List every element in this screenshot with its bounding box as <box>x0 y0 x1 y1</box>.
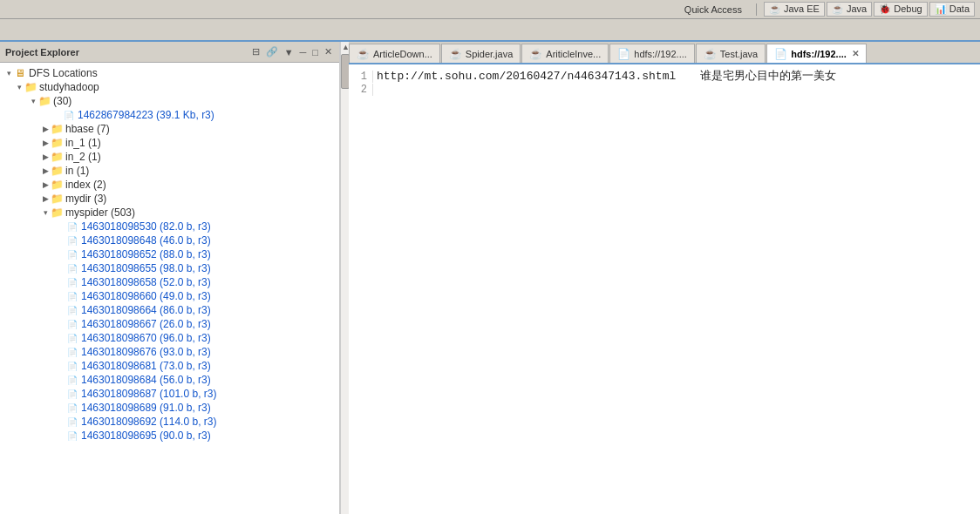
tree-item-f1[interactable]: 📄 1463018098530 (82.0 b, r3) <box>0 220 339 233</box>
perspective-javaee-btn[interactable]: ☕ Java EE <box>764 2 825 17</box>
f14-label: 1463018098689 (91.0 b, r3) <box>81 402 211 414</box>
in2-label: in_2 (1) <box>65 151 101 163</box>
f8-label: 1463018098667 (26.0 b, r3) <box>81 318 211 330</box>
f9-icon: 📄 <box>66 332 78 344</box>
myspider-icon: 📁 <box>51 206 63 219</box>
tab-hdfs2[interactable]: 📄 hdfs://192.... ✕ <box>766 44 867 63</box>
mydir-label: mydir (3) <box>65 193 106 205</box>
tree-item-f4[interactable]: 📄 1463018098655 (98.0 b, r3) <box>0 261 339 275</box>
f3-label: 1463018098652 (88.0 b, r3) <box>81 248 211 260</box>
toggle-studyhadoop[interactable]: ▾ <box>14 82 24 92</box>
tree-item-in1[interactable]: ▶ 📁 in_1 (1) <box>0 136 339 150</box>
f12-label: 1463018098684 (56.0 b, r3) <box>81 374 211 386</box>
tree-item-index[interactable]: ▶ 📁 index (2) <box>0 178 339 192</box>
f12-icon: 📄 <box>66 374 78 386</box>
collapse-all-btn[interactable]: ⊟ <box>250 46 262 57</box>
perspective-java-btn[interactable]: ☕ Java <box>827 2 872 17</box>
f6-label: 1463018098660 (49.0 b, r3) <box>81 290 211 302</box>
tab-hdfs2-close[interactable]: ✕ <box>852 49 859 58</box>
tree-item-in[interactable]: ▶ 📁 in (1) <box>0 164 339 178</box>
content-area: Project Explorer ⊟ 🔗 ▼ ─ □ ✕ ▾ 🖥 <box>0 42 980 514</box>
toggle-dfs[interactable]: ▾ <box>3 68 14 78</box>
tab-hdfs1[interactable]: 📄 hdfs://192.... <box>609 44 695 63</box>
tree-item-f15[interactable]: 📄 1463018098692 (114.0 b, r3) <box>0 415 339 429</box>
tree-item-myspider[interactable]: ▾ 📁 myspider (503) <box>0 206 339 220</box>
tree-item-in2[interactable]: ▶ 📁 in_2 (1) <box>0 150 339 164</box>
tree-item-f3[interactable]: 📄 1463018098652 (88.0 b, r3) <box>0 247 339 261</box>
tree-item-f12[interactable]: 📄 1463018098684 (56.0 b, r3) <box>0 373 339 387</box>
java-file-icon-4: ☕ <box>704 48 717 60</box>
main-layout: Project Explorer ⊟ 🔗 ▼ ─ □ ✕ ▾ 🖥 <box>0 19 980 514</box>
quick-access-label: Quick Access <box>684 4 742 15</box>
f11-label: 1463018098681 (73.0 b, r3) <box>81 360 211 372</box>
close-panel-btn[interactable]: ✕ <box>323 46 334 57</box>
toggle-index[interactable]: ▶ <box>40 179 51 190</box>
f7-label: 1463018098664 (86.0 b, r3) <box>81 304 211 316</box>
tab-ariticle[interactable]: ☕ AriticleInve... <box>521 44 609 63</box>
f7-icon: 📄 <box>66 304 78 316</box>
tree-item-hbase[interactable]: ▶ 📁 hbase (7) <box>0 122 339 136</box>
tab-articledown[interactable]: ☕ ArticleDown... <box>349 44 440 63</box>
tree-item-f6[interactable]: 📄 1463018098660 (49.0 b, r3) <box>0 289 339 303</box>
tree-item-f11[interactable]: 📄 1463018098681 (73.0 b, r3) <box>0 359 339 373</box>
toggle-in[interactable]: ▶ <box>40 166 51 176</box>
tree-item-dfs-locations[interactable]: ▾ 🖥 DFS Locations <box>0 66 339 80</box>
f15-icon: 📄 <box>66 416 78 428</box>
tree-item-f7[interactable]: 📄 1463018098664 (86.0 b, r3) <box>0 303 339 317</box>
tree-item-file-1462[interactable]: 📄 1462867984223 (39.1 Kb, r3) <box>0 108 339 122</box>
f2-label: 1463018098648 (46.0 b, r3) <box>81 234 211 247</box>
toggle-30[interactable]: ▾ <box>28 96 38 106</box>
f10-icon: 📄 <box>66 346 78 358</box>
toggle-in1[interactable]: ▶ <box>40 138 51 148</box>
toggle-mydir[interactable]: ▶ <box>40 193 51 204</box>
f16-label: 1463018098695 (90.0 b, r3) <box>81 429 211 442</box>
tree-item-f16[interactable]: 📄 1463018098695 (90.0 b, r3) <box>0 429 339 443</box>
editor-line-2: 2 <box>349 84 980 99</box>
folder-30-icon: 📁 <box>38 95 51 107</box>
perspective-data-btn[interactable]: 📊 Data <box>929 2 975 17</box>
hbase-label: hbase (7) <box>65 123 110 135</box>
tree-item-f14[interactable]: 📄 1463018098689 (91.0 b, r3) <box>0 401 339 415</box>
dfs-icon: 🖥 <box>14 67 26 79</box>
tab-articledown-label: ArticleDown... <box>373 49 432 59</box>
tree-item-f2[interactable]: 📄 1463018098648 (46.0 b, r3) <box>0 233 339 247</box>
toggle-hbase[interactable]: ▶ <box>40 124 51 134</box>
minimize-btn[interactable]: ─ <box>298 47 309 57</box>
f8-icon: 📄 <box>66 318 78 330</box>
tree-item-30[interactable]: ▾ 📁 (30) <box>0 94 339 108</box>
tree-container[interactable]: ▾ 🖥 DFS Locations ▾ 📁 studyhadoop ▾ 📁 <box>0 63 339 514</box>
toggle-in2[interactable]: ▶ <box>40 152 51 162</box>
f10-label: 1463018098676 (93.0 b, r3) <box>81 346 211 358</box>
tree-item-f13[interactable]: 📄 1463018098687 (101.0 b, r3) <box>0 387 339 401</box>
link-with-editor-btn[interactable]: 🔗 <box>264 46 280 57</box>
java-file-icon-2: ☕ <box>449 48 462 60</box>
f13-icon: 📄 <box>66 388 78 400</box>
editor-tab-bar: ☕ ArticleDown... ☕ Spider.java ☕ Ariticl… <box>349 42 980 64</box>
f6-icon: 📄 <box>66 290 78 302</box>
tree-item-mydir[interactable]: ▶ 📁 mydir (3) <box>0 192 339 206</box>
java-file-icon-1: ☕ <box>357 48 370 60</box>
in-label: in (1) <box>65 165 89 177</box>
toggle-myspider[interactable]: ▾ <box>40 207 51 218</box>
tab-test[interactable]: ☕ Test.java <box>696 44 766 63</box>
in2-icon: 📁 <box>51 151 63 163</box>
panel-title: Project Explorer <box>5 47 79 57</box>
tree-item-f5[interactable]: 📄 1463018098658 (52.0 b, r3) <box>0 275 339 289</box>
editor-content[interactable]: 1 http://mt.sohu.com/20160427/n446347143… <box>349 64 980 514</box>
f13-label: 1463018098687 (101.0 b, r3) <box>81 388 216 400</box>
studyhadoop-icon: 📁 <box>24 81 37 93</box>
line-number-2: 2 <box>349 84 373 96</box>
index-icon: 📁 <box>51 179 63 191</box>
tab-spider[interactable]: ☕ Spider.java <box>441 44 521 63</box>
f1-label: 1463018098530 (82.0 b, r3) <box>81 220 211 233</box>
in1-icon: 📁 <box>51 137 63 149</box>
myspider-label: myspider (503) <box>65 206 135 219</box>
line-url-1: http://mt.sohu.com/20160427/n446347143.s… <box>377 70 676 83</box>
panel-menu-btn[interactable]: ▼ <box>282 47 296 57</box>
tree-item-f9[interactable]: 📄 1463018098670 (96.0 b, r3) <box>0 331 339 345</box>
tree-item-f10[interactable]: 📄 1463018098676 (93.0 b, r3) <box>0 345 339 359</box>
perspective-debug-btn[interactable]: 🐞 Debug <box>874 2 927 17</box>
maximize-btn[interactable]: □ <box>310 47 320 57</box>
tree-item-f8[interactable]: 📄 1463018098667 (26.0 b, r3) <box>0 317 339 331</box>
tree-item-studyhadoop[interactable]: ▾ 📁 studyhadoop <box>0 80 339 94</box>
